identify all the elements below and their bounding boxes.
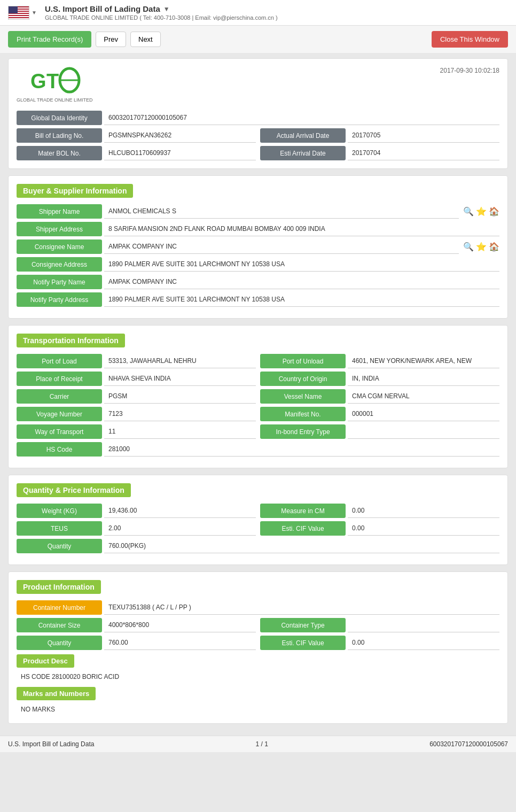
product-qty-label: Quantity — [17, 636, 102, 650]
flag-dropdown-arrow: ▼ — [32, 10, 37, 16]
container-type-group: Container Type — [260, 618, 499, 632]
toolbar: Print Trade Record(s) Prev Next Close Th… — [0, 26, 516, 53]
svg-text:T: T — [46, 70, 59, 92]
marks-label: Marks and Numbers — [17, 687, 96, 700]
home-icon[interactable]: 🏠 — [489, 206, 499, 216]
master-bol-row: Mater BOL No. HLCUBO1170609937 Esti Arri… — [17, 146, 499, 160]
consignee-name-value: AMPAK COMPANY INC — [104, 239, 459, 254]
qty-label: Quantity — [17, 539, 102, 553]
consignee-home-icon[interactable]: 🏠 — [489, 242, 499, 252]
transport-bond-row: Way of Transport 11 In-bond Entry Type — [17, 424, 499, 439]
notify-address-row: Notify Party Address 1890 PALMER AVE SUI… — [17, 292, 499, 307]
port-row: Port of Load 53313, JAWAHARLAL NEHRU Por… — [17, 354, 499, 368]
notify-name-label: Notify Party Name — [17, 275, 102, 289]
country-origin-value: IN, INDIA — [348, 372, 499, 386]
teus-cif-row: TEUS 2.00 Esti. CIF Value 0.00 — [17, 521, 499, 536]
esti-cif-label: Esti. CIF Value — [260, 521, 346, 536]
teus-group: TEUS 2.00 — [17, 521, 256, 536]
container-number-row: Container Number TEXU7351388 ( AC / L / … — [17, 600, 499, 615]
measure-label: Measure in CM — [260, 504, 346, 518]
in-bond-value — [348, 424, 499, 439]
svg-text:G: G — [30, 70, 46, 92]
consignee-address-row: Consignee Address 1890 PALMER AVE SUITE … — [17, 257, 499, 272]
vessel-label: Vessel Name — [260, 389, 346, 404]
container-size-value: 4000*806*800 — [104, 618, 256, 632]
master-bol-group: Mater BOL No. HLCUBO1170609937 — [17, 146, 256, 160]
flag-container[interactable]: ▼ — [8, 6, 37, 20]
shipper-name-value: ANMOL CHEMICALS S — [104, 204, 459, 219]
manifest-label: Manifest No. — [260, 407, 346, 421]
company-logo: G T — [28, 67, 81, 96]
product-qty-value: 760.00 — [104, 636, 256, 650]
shipper-address-value: 8 SARIFA MANSION 2ND FLANK ROAD MUMBAI B… — [104, 222, 499, 236]
esti-arrival-value: 20170704 — [348, 146, 499, 160]
footer-bar: U.S. Import Bill of Lading Data 1 / 1 60… — [0, 736, 516, 752]
footer-id: 600320170712000010​5067 — [429, 740, 508, 748]
app-subtitle: GLOBAL TRADE ONLINE LIMITED ( Tel: 400-7… — [45, 14, 278, 21]
title-arrow: ▼ — [163, 5, 170, 13]
product-title: Product Information — [17, 580, 101, 594]
notify-name-value: AMPAK COMPANY INC — [104, 275, 499, 289]
container-number-value: TEXU7351388 ( AC / L / PP ) — [104, 600, 499, 615]
shipper-name-label: Shipper Name — [17, 204, 102, 219]
product-desc-value: HS CODE 28100020 BORIC ACID — [17, 671, 499, 683]
place-receipt-group: Place of Receipt NHAVA SHEVA INDIA — [17, 372, 256, 386]
container-type-value — [348, 618, 499, 632]
carrier-value: PGSM — [104, 389, 256, 404]
country-origin-group: Country of Origin IN, INDIA — [260, 372, 499, 386]
vessel-value: CMA CGM NERVAL — [348, 389, 499, 404]
esti-arrival-group: Esti Arrival Date 20170704 — [260, 146, 499, 160]
bol-label: Bill of Lading No. — [17, 128, 102, 143]
weight-value: 19,436.00 — [104, 504, 256, 518]
global-data-label: Global Data Identity — [17, 111, 102, 125]
marks-value: NO MARKS — [17, 703, 499, 715]
top-bar: ▼ U.S. Import Bill of Lading Data ▼ GLOB… — [0, 0, 516, 26]
star-icon[interactable]: ⭐ — [476, 206, 487, 216]
prev-button[interactable]: Prev — [96, 32, 126, 47]
next-button[interactable]: Next — [130, 32, 161, 47]
consignee-star-icon[interactable]: ⭐ — [476, 242, 487, 252]
in-bond-group: In-bond Entry Type — [260, 424, 499, 439]
way-transport-label: Way of Transport — [17, 424, 102, 439]
shipper-name-row: Shipper Name ANMOL CHEMICALS S 🔍 ⭐ 🏠 — [17, 204, 499, 219]
manifest-value: 000001 — [348, 407, 499, 421]
container-number-label: Container Number — [17, 600, 102, 615]
timestamp: 2017-09-30 10:02:18 — [440, 67, 499, 74]
us-flag — [8, 6, 29, 20]
company-name: GLOBAL TRADE ONLINE LIMITED — [17, 97, 93, 103]
product-cif-value: 0.00 — [348, 636, 499, 650]
qty-row: Quantity 760.00(PKG) — [17, 539, 499, 553]
measure-group: Measure in CM 0.00 — [260, 504, 499, 518]
app-title: U.S. Import Bill of Lading Data — [45, 4, 160, 13]
consignee-search-icon[interactable]: 🔍 — [463, 242, 474, 252]
container-size-label: Container Size — [17, 618, 102, 632]
marks-section: Marks and Numbers NO MARKS — [17, 687, 499, 715]
search-icon[interactable]: 🔍 — [463, 206, 474, 216]
bol-group: Bill of Lading No. PGSMNSPKAN36262 — [17, 128, 256, 143]
consignee-name-row: Consignee Name AMPAK COMPANY INC 🔍 ⭐ 🏠 — [17, 239, 499, 254]
container-size-type-row: Container Size 4000*806*800 Container Ty… — [17, 618, 499, 632]
close-button[interactable]: Close This Window — [432, 31, 508, 48]
hs-code-row: HS Code 281000 — [17, 442, 499, 457]
actual-arrival-value: 20170705 — [348, 128, 499, 143]
country-origin-label: Country of Origin — [260, 372, 346, 386]
logo-area: G T GLOBAL TRADE ONLINE LIMITED — [17, 67, 93, 103]
consignee-address-label: Consignee Address — [17, 257, 102, 272]
product-qty-group: Quantity 760.00 — [17, 636, 256, 650]
transportation-card: Transportation Information Port of Load … — [8, 325, 508, 468]
notify-address-value: 1890 PALMER AVE SUITE 301 LARCHMONT NY 1… — [104, 292, 499, 307]
place-receipt-label: Place of Receipt — [17, 372, 102, 386]
print-button[interactable]: Print Trade Record(s) — [8, 31, 91, 48]
weight-group: Weight (KG) 19,436.00 — [17, 504, 256, 518]
teus-value: 2.00 — [104, 521, 256, 536]
shipper-address-label: Shipper Address — [17, 222, 102, 236]
main-content: G T GLOBAL TRADE ONLINE LIMITED 2017-09-… — [0, 53, 516, 736]
voyage-value: 7123 — [104, 407, 256, 421]
global-data-value: 600320170712000010​5067 — [104, 111, 499, 125]
card-header-area: G T GLOBAL TRADE ONLINE LIMITED 2017-09-… — [17, 67, 499, 103]
voyage-group: Voyage Number 7123 — [17, 407, 256, 421]
carrier-group: Carrier PGSM — [17, 389, 256, 404]
header-card: G T GLOBAL TRADE ONLINE LIMITED 2017-09-… — [8, 58, 508, 169]
weight-measure-row: Weight (KG) 19,436.00 Measure in CM 0.00 — [17, 504, 499, 518]
port-unload-value: 4601, NEW YORK/NEWARK AREA, NEW — [348, 354, 499, 368]
